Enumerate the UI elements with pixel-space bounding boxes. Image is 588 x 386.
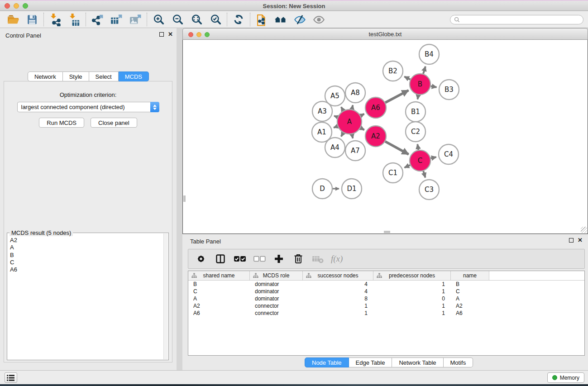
graph-edge-A-A8[interactable]: [352, 105, 353, 109]
tab-style[interactable]: Style: [63, 71, 89, 81]
float-panel-icon[interactable]: [159, 32, 164, 37]
graph-edge-A-A6[interactable]: [361, 114, 364, 116]
deselect-all-columns-icon[interactable]: [253, 252, 266, 266]
graph-node-C1[interactable]: C1: [383, 163, 403, 183]
graph-edge-B-B4[interactable]: [423, 67, 425, 74]
canvas-vertical-scroll-nub[interactable]: [183, 195, 186, 202]
graph-edge-A-A5[interactable]: [341, 107, 344, 110]
graph-edge-B-B2[interactable]: [404, 76, 410, 79]
graph-edge-A2-C[interactable]: [385, 142, 409, 154]
save-session-icon[interactable]: [23, 12, 42, 27]
graph-edge-B-B3[interactable]: [431, 86, 437, 87]
graph-node-A3[interactable]: A3: [312, 101, 332, 121]
graph-node-B1[interactable]: B1: [406, 102, 425, 122]
table-row[interactable]: Adominator80A: [188, 295, 584, 302]
search-box[interactable]: [450, 15, 583, 24]
graph-edge-A6-B[interactable]: [385, 91, 408, 103]
task-history-button[interactable]: [5, 372, 17, 383]
graph-node-A7[interactable]: A7: [345, 141, 365, 161]
first-neighbors-icon[interactable]: [271, 12, 290, 27]
export-table-icon[interactable]: [107, 12, 126, 27]
select-all-columns-icon[interactable]: [234, 252, 246, 266]
close-panel-icon[interactable]: ✕: [168, 32, 173, 37]
resize-grip-icon[interactable]: [581, 227, 587, 233]
graph-node-B4[interactable]: B4: [419, 44, 439, 64]
close-panel-button[interactable]: Close panel: [91, 118, 137, 128]
graph-node-A8[interactable]: A8: [345, 83, 365, 103]
result-item[interactable]: A: [10, 244, 163, 251]
import-network-icon[interactable]: [46, 12, 65, 27]
hide-graphics-details-icon[interactable]: [290, 12, 309, 27]
canvas-horizontal-scroll-nub[interactable]: [384, 231, 390, 233]
memory-button[interactable]: Memory: [547, 372, 584, 383]
close-table-panel-icon[interactable]: ✕: [578, 238, 583, 243]
optimization-criterion-dropdown[interactable]: largest connected component (directed): [17, 102, 159, 112]
table-row[interactable]: A2connector11A2: [188, 302, 584, 310]
search-input[interactable]: [460, 17, 579, 23]
zoom-selected-icon[interactable]: [206, 12, 225, 27]
column-header-name[interactable]: name: [451, 271, 489, 280]
apply-layout-icon[interactable]: [229, 12, 248, 27]
graph-node-B3[interactable]: B3: [439, 80, 459, 100]
graph-node-B[interactable]: B: [410, 74, 430, 95]
graph-edge-B-B1[interactable]: [418, 95, 419, 100]
result-item[interactable]: A2: [10, 237, 163, 244]
graph-node-D[interactable]: D: [312, 179, 332, 199]
graph-edge-A-A2[interactable]: [361, 128, 364, 130]
graph-node-C2[interactable]: C2: [406, 122, 425, 142]
table-cell: 0: [373, 295, 451, 302]
tab-mcds[interactable]: MCDS: [119, 71, 149, 81]
graph-edge-A-A4[interactable]: [341, 133, 344, 136]
result-item[interactable]: B: [10, 252, 163, 259]
zoom-in-icon[interactable]: [149, 12, 168, 27]
graph-node-C[interactable]: C: [410, 150, 430, 171]
result-item[interactable]: C: [10, 259, 163, 266]
tab-network-table[interactable]: Network Table: [392, 357, 443, 367]
tab-select[interactable]: Select: [89, 71, 119, 81]
graph-edge-C-C3[interactable]: [423, 171, 425, 177]
zoom-fit-icon[interactable]: [187, 12, 206, 27]
graph-node-C3[interactable]: C3: [419, 180, 439, 200]
column-header-successor-nodes[interactable]: successor nodes: [303, 271, 373, 280]
create-column-icon[interactable]: [272, 252, 285, 266]
graph-edge-A-A7[interactable]: [352, 134, 353, 138]
graph-edge-C-C2[interactable]: [417, 144, 418, 150]
graph-node-B2[interactable]: B2: [383, 61, 403, 81]
result-scrollbar[interactable]: [163, 234, 168, 359]
graph-node-D1[interactable]: D1: [342, 179, 362, 199]
table-row[interactable]: Bdominator41B: [188, 281, 584, 288]
tab-motifs[interactable]: Motifs: [444, 357, 473, 367]
graph-edge-A-A3[interactable]: [334, 116, 338, 117]
tab-node-table[interactable]: Node Table: [305, 357, 349, 367]
graph-edge-A-A1[interactable]: [334, 126, 338, 128]
graph-edge-C-C1[interactable]: [405, 165, 411, 168]
tab-edge-table[interactable]: Edge Table: [349, 357, 392, 367]
column-label: successor nodes: [317, 272, 358, 279]
toggle-columns-icon[interactable]: [214, 252, 227, 266]
float-table-panel-icon[interactable]: [569, 238, 574, 243]
new-network-from-selection-icon[interactable]: [252, 12, 271, 27]
network-canvas[interactable]: B4B2BB3A8A5A6A3B1AA1C2A2A4A7C4CC1C3DD1: [182, 40, 588, 234]
run-mcds-button[interactable]: Run MCDS: [39, 118, 84, 128]
graph-edge-C-C4[interactable]: [430, 157, 436, 158]
export-image-icon[interactable]: [126, 12, 145, 27]
graph-node-A2[interactable]: A2: [365, 126, 386, 147]
tab-network[interactable]: Network: [28, 71, 63, 81]
graph-node-A4[interactable]: A4: [325, 138, 345, 157]
result-item[interactable]: A6: [10, 266, 163, 273]
settings-gear-icon[interactable]: [195, 252, 207, 266]
column-header-MCDS-role[interactable]: MCDS role: [250, 271, 303, 280]
table-row[interactable]: A6connector11A6: [188, 310, 584, 317]
column-header-shared-name[interactable]: shared name: [188, 271, 250, 280]
import-table-icon[interactable]: [65, 12, 84, 27]
graph-node-C4[interactable]: C4: [439, 144, 459, 164]
table-row[interactable]: Cdominator41C: [188, 288, 584, 295]
show-graphics-details-icon[interactable]: [309, 12, 328, 27]
zoom-out-icon[interactable]: [168, 12, 187, 27]
column-header-predecessor-nodes[interactable]: predecessor nodes: [373, 271, 451, 280]
delete-column-icon[interactable]: [292, 252, 305, 266]
graph-node-A6[interactable]: A6: [365, 97, 386, 118]
graph-node-A[interactable]: A: [337, 110, 362, 134]
open-file-icon[interactable]: [4, 12, 23, 27]
export-network-icon[interactable]: [88, 12, 107, 27]
